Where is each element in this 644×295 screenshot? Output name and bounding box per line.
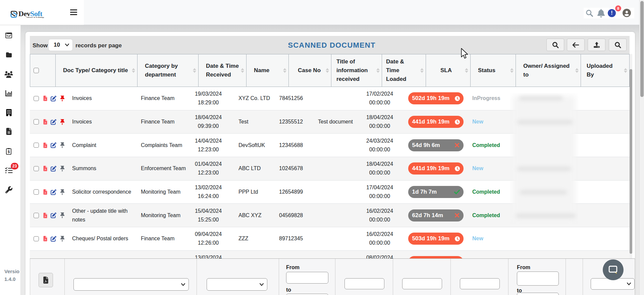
- svg-text:$: $: [8, 150, 10, 154]
